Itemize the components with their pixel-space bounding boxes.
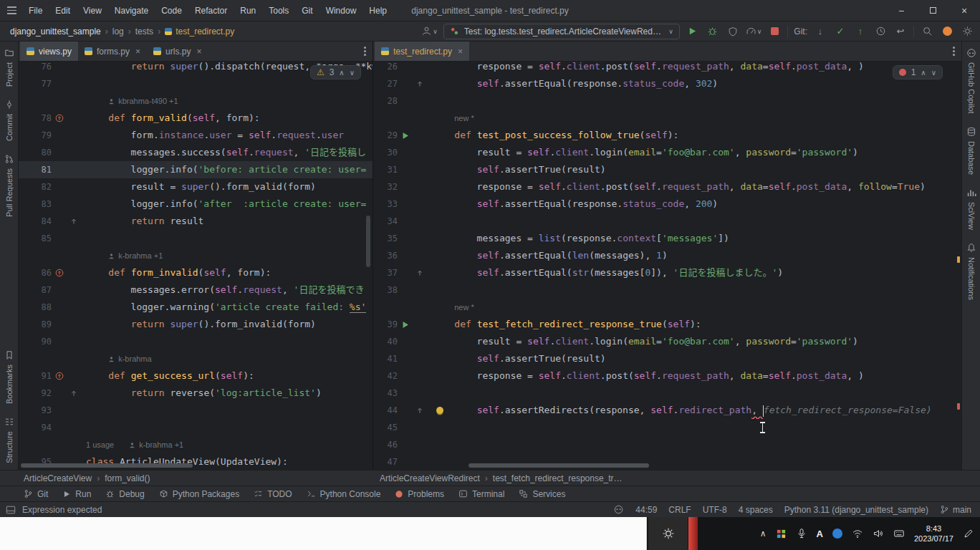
code-line[interactable] — [80, 333, 373, 350]
tool-window-button-bookmarks[interactable]: Bookmarks — [4, 344, 14, 410]
tool-window-button-database[interactable]: Database — [966, 120, 976, 181]
code-line[interactable]: response = self.client.post(self.request… — [426, 367, 961, 385]
windows-security-icon[interactable] — [776, 529, 787, 539]
code-line[interactable]: response = self.client.post(self.request… — [426, 178, 961, 196]
tool-window-button-commit[interactable]: Commit — [4, 93, 14, 148]
breadcrumb-item[interactable]: ArticleCreateViewRedirect — [380, 473, 480, 483]
windows-ink-pen-icon[interactable] — [963, 528, 974, 539]
code-line[interactable]: messages = list(response.context['messag… — [426, 230, 961, 247]
git-update-button[interactable]: ↓ — [813, 24, 827, 39]
stop-button[interactable] — [767, 24, 782, 39]
inspections-widget[interactable]: ⚠ 3 ∧ ∨ — [310, 65, 361, 79]
run-test-icon[interactable] — [398, 316, 413, 333]
code-line[interactable] — [426, 213, 961, 230]
menu-run[interactable]: Run — [234, 3, 261, 19]
code-line[interactable]: result = self.client.login(email='foo@ba… — [426, 144, 961, 161]
tool-window-bar-problems[interactable]: Problems — [395, 489, 444, 499]
code-line[interactable]: result = self.client.login(email='foo@ba… — [426, 333, 961, 350]
tool-window-bar-python-console[interactable]: Python Console — [307, 489, 381, 499]
ime-language-icon[interactable] — [832, 529, 842, 539]
code-line[interactable] — [80, 230, 373, 247]
ai-assistant-icon[interactable] — [613, 504, 624, 515]
next-problem-icon[interactable]: ∨ — [931, 69, 936, 77]
code-line[interactable]: k-brahma +1 — [80, 247, 373, 264]
run-configuration-select[interactable]: Test: log.tests.test_redirect.ArticleCre… — [443, 24, 680, 39]
close-button[interactable]: × — [948, 0, 980, 21]
indent-style[interactable]: 4 spaces — [739, 505, 773, 515]
vertical-scrollbar-thumb[interactable] — [366, 216, 370, 267]
search-everywhere-button[interactable] — [920, 24, 934, 39]
menu-git[interactable]: Git — [296, 3, 318, 19]
tool-window-button-project[interactable]: Project — [4, 42, 14, 93]
code-line[interactable]: self.assertEqual(response.status_code, 2… — [426, 196, 961, 213]
minimize-button[interactable]: − — [885, 0, 917, 21]
taskbar-clock[interactable]: 8:43 2023/07/17 — [914, 524, 953, 544]
menu-edit[interactable]: Edit — [49, 3, 76, 19]
tool-window-button-notifications[interactable]: Notifications — [966, 236, 976, 307]
debug-button[interactable] — [706, 24, 720, 39]
settings-button[interactable] — [960, 24, 974, 39]
git-commit-button[interactable]: ✓ — [833, 24, 847, 39]
override-method-icon[interactable] — [52, 264, 67, 281]
code-vision-hint[interactable]: kbrahma-t490 +1 — [86, 92, 178, 110]
wifi-icon[interactable] — [852, 528, 863, 539]
menu-help[interactable]: Help — [363, 3, 393, 19]
tool-window-button-structure[interactable]: Structure — [4, 410, 14, 470]
code-line[interactable]: new * — [426, 110, 961, 127]
code-line[interactable]: self.assertEqual(str(messages[0]), '日記を投… — [426, 264, 961, 281]
history-button[interactable] — [873, 24, 888, 39]
overlapping-window[interactable] — [0, 517, 647, 550]
code-line[interactable] — [426, 436, 961, 453]
code-line[interactable] — [426, 281, 961, 299]
menu-code[interactable]: Code — [155, 3, 188, 19]
run-button[interactable] — [686, 24, 700, 39]
code-line[interactable]: return reverse('log:article_list') — [80, 385, 373, 402]
menu-navigate[interactable]: Navigate — [109, 3, 154, 19]
code-line[interactable]: def form_invalid(self, form): — [80, 264, 373, 281]
fold-region-icon[interactable] — [67, 385, 80, 402]
breadcrumb-item[interactable]: test_fetch_redirect_response_tr… — [493, 473, 623, 483]
close-tab-icon[interactable]: × — [458, 47, 463, 57]
tool-window-bar-services[interactable]: Services — [519, 489, 565, 499]
code-line[interactable]: messages.success(self.request, '日記を投稿し — [80, 144, 373, 161]
hidden-icons-chevron[interactable]: ∧ — [760, 529, 767, 539]
code-line[interactable]: def test_fetch_redirect_response_true(se… — [426, 316, 961, 333]
menu-file[interactable]: File — [23, 3, 48, 19]
code-line[interactable]: def form_valid(self, form): — [80, 110, 373, 127]
intention-bulb-icon[interactable] — [436, 407, 443, 414]
code-line[interactable]: logger.info('before: article create: use… — [80, 161, 373, 178]
code-line[interactable] — [80, 419, 373, 436]
override-method-icon[interactable] — [52, 110, 67, 127]
code-line[interactable]: return result — [80, 213, 373, 230]
menu-window[interactable]: Window — [320, 3, 362, 19]
touch-keyboard-icon[interactable] — [893, 528, 905, 539]
code-line[interactable]: logger.warning('article create failed: %… — [80, 299, 373, 316]
volume-icon[interactable] — [873, 528, 884, 539]
coverage-button[interactable] — [726, 24, 740, 39]
code-vision-hint[interactable]: k-brahma — [86, 350, 152, 367]
code-with-me-user-icon[interactable]: ∨ — [421, 24, 438, 39]
code-line[interactable]: form.instance.user = self.request.user — [80, 127, 373, 144]
code-line[interactable]: k-brahma — [80, 350, 373, 367]
close-tab-icon[interactable]: × — [196, 47, 201, 57]
tool-window-button-copilot[interactable]: GitHub Copilot — [966, 42, 976, 120]
breadcrumb-item[interactable]: ArticleCreateView — [24, 473, 92, 483]
code-line[interactable]: kbrahma-t490 +1 — [80, 92, 373, 110]
settings-window-button[interactable] — [648, 517, 688, 550]
tool-window-bar-run[interactable]: Run — [62, 489, 91, 499]
breadcrumb-item[interactable]: tests — [135, 26, 153, 37]
code-line[interactable]: 1 usagek-brahma +1 — [80, 436, 373, 453]
fold-region-icon[interactable] — [413, 264, 426, 281]
left-editor-content[interactable]: 76 return super().dispatch(request, *arg… — [19, 58, 373, 470]
tool-window-bar-debug[interactable]: Debug — [105, 489, 144, 499]
breadcrumb-item[interactable]: test_redirect.py — [165, 26, 234, 37]
horizontal-scrollbar-thumb[interactable] — [469, 463, 649, 468]
tool-window-button-pull-requests[interactable]: Pull Requests — [4, 148, 14, 223]
tool-window-bar-todo[interactable]: TODO — [254, 489, 292, 499]
code-line[interactable]: self.assertEqual(response.status_code, 3… — [426, 75, 961, 92]
tool-window-bar-git[interactable]: Git — [24, 489, 48, 499]
menu-view[interactable]: View — [77, 3, 107, 19]
inspections-widget[interactable]: 1 ∧ ∨ — [893, 65, 943, 79]
breadcrumb-item[interactable]: form_valid() — [105, 473, 150, 483]
taskbar-app-strip[interactable] — [688, 517, 698, 550]
